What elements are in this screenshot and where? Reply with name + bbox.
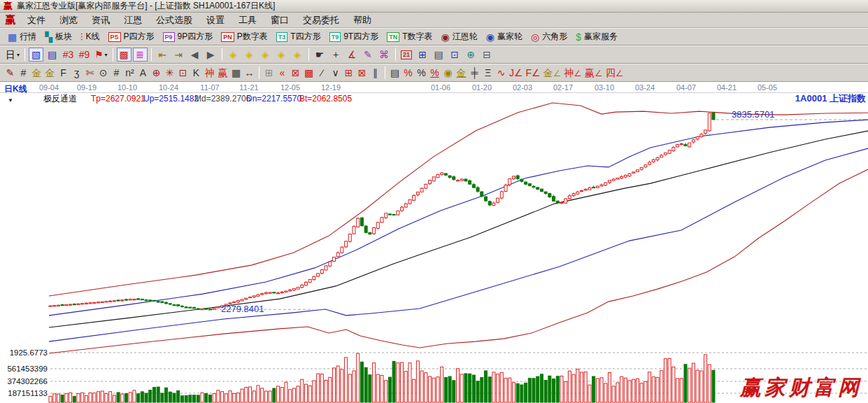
p-number-table-icon: PN (221, 32, 234, 42)
toolbar-separator (385, 66, 385, 79)
period-selector[interactable]: 日K线▼ (4, 84, 27, 104)
draw-ying-angle-icon[interactable]: 赢∠ (583, 66, 604, 80)
view-compress-x-icon[interactable]: ◈ (274, 48, 289, 62)
draw-star-circle-icon[interactable]: ✳ (163, 66, 176, 80)
toolbar-item-t-square[interactable]: T3T四方形 (276, 31, 321, 43)
9t-square-label: 9T四方形 (343, 31, 378, 43)
view-hand-tool-icon[interactable]: ☛ (313, 48, 327, 62)
view-network-icon[interactable]: ⊕ (464, 48, 478, 62)
view-period-day-icon[interactable]: 日▾ (4, 48, 21, 62)
view-angle-tool-icon[interactable]: ∡ (345, 48, 360, 62)
draw-split-bars-icon[interactable]: ╪ (468, 66, 481, 80)
menu-item-5[interactable]: 设置 (199, 15, 232, 25)
toolbar-item-winner-service[interactable]: $赢家服务 (576, 31, 618, 43)
draw-strike-percent-icon[interactable]: % (401, 66, 415, 80)
toolbar-item-hexagon[interactable]: ◎六角形 (531, 31, 567, 43)
draw-parallel-lines-icon[interactable]: ∥ (369, 66, 382, 80)
draw-gold-gate-1-icon[interactable]: 金 (30, 66, 43, 80)
draw-gold-angle-icon[interactable]: 金∠ (542, 66, 563, 80)
draw-comb-2-icon[interactable]: # (110, 66, 123, 80)
draw-ying-box-icon[interactable]: 赢 (216, 66, 229, 80)
menu-item-6[interactable]: 工具 (232, 15, 264, 25)
draw-marker-knife-icon[interactable]: ✄ (83, 66, 97, 80)
view-next-bar-icon[interactable]: ▶ (204, 48, 218, 62)
draw-e-ladder-icon[interactable]: ▤ (388, 66, 401, 80)
toolbar-item-p-square[interactable]: PSP四方形 (108, 31, 155, 43)
draw-fan-box-icon[interactable]: ⊠ (289, 66, 302, 80)
toolbar-item-p-number-table[interactable]: PNP数字表 (221, 31, 268, 43)
draw-wave-pen-icon[interactable]: ∿ (495, 66, 508, 80)
menu-item-9[interactable]: 帮助 (346, 15, 378, 25)
draw-f-angle-icon[interactable]: F∠ (525, 66, 542, 80)
draw-a-channel-icon[interactable]: A (136, 66, 150, 80)
menu-item-1[interactable]: 浏览 (52, 15, 85, 25)
view-notes-icon[interactable]: ▤ (432, 48, 446, 62)
toolbar-item-quotes[interactable]: ▦行情 (8, 31, 36, 43)
view-expand-x-icon[interactable]: ◈ (258, 48, 273, 62)
draw-shen-comb-icon[interactable]: 神 (203, 66, 216, 80)
draw-grid-target-icon[interactable]: ⊡ (176, 66, 190, 80)
menu-item-3[interactable]: 江恩 (117, 15, 149, 25)
kline-chart[interactable]: 09-0409-1910-1010-2411-0711-2112-0512-19… (0, 82, 868, 403)
toolbar-item-kline[interactable]: ⫶K线 (80, 31, 100, 43)
draw-j-angle-icon[interactable]: J∠ (508, 66, 525, 80)
draw-gann-fan-icon[interactable]: « (276, 66, 289, 80)
menu-item-4[interactable]: 公式选股 (149, 15, 199, 25)
draw-f-bars-icon[interactable]: F (57, 66, 70, 80)
menu-item-8[interactable]: 交易委托 (296, 15, 346, 25)
toolbar-item-gann-wheel[interactable]: ◉江恩轮 (441, 31, 478, 43)
draw-trend-lines-icon[interactable]: ∕ (315, 66, 329, 80)
menu-item-7[interactable]: 窗口 (264, 15, 296, 25)
view-zoom-all-icon[interactable]: ◈ (290, 48, 305, 62)
draw-grid-box-icon[interactable]: ▩ (302, 66, 315, 80)
view-color-volume-icon[interactable]: ≣ (133, 48, 148, 62)
view-crosshair-tool-icon[interactable]: + (329, 48, 343, 62)
menu-item-0[interactable]: 文件 (20, 15, 52, 25)
draw-percent-line-icon[interactable]: % (428, 66, 441, 80)
draw-frame-tool-icon[interactable]: ⊞ (262, 66, 276, 80)
view-last-page-icon[interactable]: ⇥ (171, 48, 186, 62)
draw-pen-knife-icon[interactable]: ✎ (3, 66, 17, 80)
draw-four-angle-icon[interactable]: 四∠ (604, 66, 625, 80)
draw-grid-123-icon[interactable]: ▦ (229, 66, 243, 80)
view-gann-step-3-icon[interactable]: #3 (61, 48, 76, 62)
draw-grid-comb-icon[interactable]: # (17, 66, 30, 80)
draw-circle-cross-icon[interactable]: ⊕ (150, 66, 163, 80)
draw-gold-line-icon[interactable]: 金 (455, 66, 468, 80)
view-info-panel-icon[interactable]: ▤ (45, 48, 59, 62)
gann-wheel-label: 江恩轮 (453, 31, 478, 43)
draw-gold-gate-2-icon[interactable]: 金 (43, 66, 57, 80)
view-computer-icon[interactable]: ⊟ (480, 48, 495, 62)
draw-red-grid-1-icon[interactable]: ⊞ (342, 66, 355, 80)
view-save-icon[interactable]: ⊡ (448, 48, 462, 62)
draw-percent-icon[interactable]: % (415, 66, 428, 80)
draw-spiral-icon[interactable]: ʒ (70, 66, 83, 80)
draw-span-measure-icon[interactable]: ↔ (243, 66, 256, 80)
draw-k-mark-icon[interactable]: K (190, 66, 203, 80)
toolbar-item-sectors[interactable]: ▚板块 (45, 31, 72, 43)
view-first-page-icon[interactable]: ⇤ (155, 48, 170, 62)
view-prev-bar-icon[interactable]: ◀ (187, 48, 202, 62)
toolbar-item-t-number-table[interactable]: TNT数字表 (387, 31, 432, 43)
toolbar-item-winner-wheel[interactable]: ◉赢家轮 (486, 31, 522, 43)
view-shift-right-icon[interactable]: ◈ (242, 48, 257, 62)
draw-zigzag-icon[interactable]: ∨ (329, 66, 342, 80)
menu-item-2[interactable]: 资讯 (85, 15, 117, 25)
view-flag-marker-icon[interactable]: ⚑▾ (93, 48, 109, 62)
draw-n-squared-icon[interactable]: n² (123, 66, 136, 80)
view-shift-left-icon[interactable]: ◈ (226, 48, 241, 62)
view-layout-style-icon[interactable]: ▧ (29, 48, 43, 62)
view-pattern-tool-icon[interactable]: ⌘ (377, 48, 392, 62)
toolbar-item-9p-square[interactable]: P99P四方形 (163, 31, 213, 43)
view-calculator-icon[interactable]: ⊞ (415, 48, 430, 62)
draw-gold-circle-icon[interactable]: ◉ (441, 66, 455, 80)
draw-red-grid-2-icon[interactable]: ⊠ (355, 66, 369, 80)
view-calendar-icon[interactable]: 21 (399, 48, 414, 62)
draw-shen-angle-icon[interactable]: 神∠ (562, 66, 583, 80)
view-channel-indicator-icon[interactable]: ▩ (117, 48, 131, 62)
view-gann-step-9-icon[interactable]: #9 (77, 48, 92, 62)
draw-time-circle-icon[interactable]: ⊙ (97, 66, 110, 80)
toolbar-item-9t-square[interactable]: T99T四方形 (329, 31, 379, 43)
draw-xi-bars-icon[interactable]: Ξ (481, 66, 495, 80)
view-draw-tool-icon[interactable]: ✎ (361, 48, 376, 62)
